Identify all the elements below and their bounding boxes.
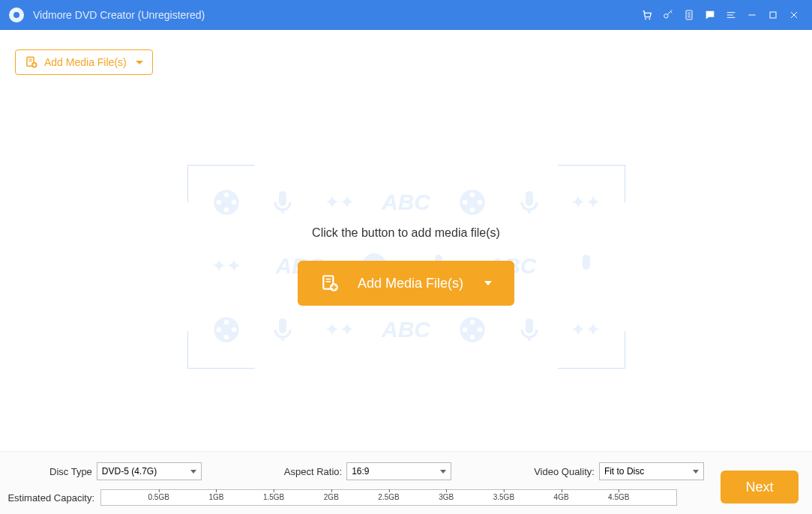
video-quality-value: Fit to Disc — [604, 466, 644, 477]
next-button[interactable]: Next — [721, 471, 799, 504]
add-media-small-label: Add Media File(s) — [44, 56, 127, 68]
key-icon[interactable] — [658, 0, 679, 30]
video-quality-label: Video Quality: — [534, 466, 595, 477]
svg-point-30 — [477, 200, 482, 205]
capacity-tick: 1GB — [208, 493, 223, 501]
close-button[interactable] — [784, 0, 805, 30]
stars-icon: ✦✦ — [571, 192, 601, 213]
svg-point-46 — [469, 335, 475, 340]
capacity-tick: 4.5GB — [608, 493, 629, 501]
svg-point-22 — [214, 190, 238, 214]
controls-row: Disc Type DVD-5 (4.7G) Aspect Ratio: 16:… — [7, 462, 797, 480]
stars-icon: ✦✦ — [211, 256, 241, 276]
svg-rect-13 — [770, 12, 776, 18]
add-media-large-label: Add Media File(s) — [358, 276, 463, 291]
add-media-button-small[interactable]: Add Media File(s) — [15, 49, 153, 75]
mic-icon — [268, 315, 298, 345]
svg-point-4 — [664, 14, 668, 18]
capacity-tick: 2.5GB — [378, 493, 399, 501]
chevron-down-icon — [136, 61, 143, 64]
maximize-button[interactable] — [763, 0, 784, 30]
aspect-ratio-label: Aspect Ratio: — [284, 466, 342, 477]
stars-icon: ✦✦ — [325, 319, 355, 340]
svg-point-25 — [223, 208, 229, 213]
film-icon — [457, 187, 487, 217]
abc-text: ABC — [382, 190, 430, 215]
svg-point-24 — [231, 200, 236, 205]
capacity-tick: 2GB — [324, 493, 339, 501]
capacity-row: Estimated Capacity: 0.5GB 1GB 1.5GB 2GB … — [7, 489, 797, 506]
aspect-ratio-value: 16:9 — [352, 466, 369, 477]
svg-rect-48 — [526, 318, 533, 333]
abc-text: ABC — [382, 317, 430, 342]
next-label: Next — [745, 480, 773, 495]
app-title: Vidmore DVD Creator (Unregistered) — [33, 9, 205, 21]
add-file-icon — [320, 273, 340, 293]
add-file-icon — [25, 55, 38, 69]
stars-icon: ✦✦ — [325, 192, 355, 213]
cart-icon[interactable] — [637, 0, 658, 30]
svg-point-32 — [462, 200, 467, 205]
capacity-tick: 4GB — [554, 493, 569, 501]
disc-type-select[interactable]: DVD-5 (4.7G) — [97, 462, 202, 480]
svg-point-28 — [460, 190, 484, 214]
svg-point-1 — [13, 12, 19, 18]
svg-point-41 — [216, 327, 221, 333]
svg-point-39 — [231, 327, 236, 333]
capacity-bar: 0.5GB 1GB 1.5GB 2GB 2.5GB 3GB 3.5GB 4GB … — [100, 489, 677, 506]
chat-icon[interactable] — [700, 0, 721, 30]
svg-rect-27 — [279, 191, 286, 206]
disc-type-value: DVD-5 (4.7G) — [102, 466, 157, 477]
disc-type-label: Disc Type — [49, 466, 92, 477]
svg-point-23 — [223, 193, 229, 198]
film-icon — [211, 315, 241, 345]
svg-point-40 — [223, 335, 229, 340]
chevron-down-icon — [484, 281, 492, 285]
svg-point-29 — [469, 193, 475, 198]
svg-rect-36 — [583, 255, 590, 270]
svg-point-3 — [649, 18, 650, 19]
svg-point-38 — [223, 320, 229, 325]
svg-rect-33 — [526, 191, 533, 206]
aspect-ratio-select[interactable]: 16:9 — [346, 462, 451, 480]
svg-rect-42 — [279, 318, 286, 333]
svg-point-2 — [645, 18, 646, 19]
svg-point-45 — [477, 327, 482, 333]
titlebar: Vidmore DVD Creator (Unregistered) — [0, 0, 812, 30]
svg-point-43 — [460, 317, 484, 342]
menu-icon[interactable] — [721, 0, 742, 30]
svg-point-31 — [469, 208, 475, 213]
mic-icon — [268, 187, 298, 217]
mic-icon — [514, 315, 544, 345]
film-icon — [211, 187, 241, 217]
prompt-text: Click the button to add media file(s) — [312, 226, 500, 240]
capacity-label: Estimated Capacity: — [7, 492, 94, 504]
svg-point-26 — [216, 200, 221, 205]
capacity-tick: 1.5GB — [263, 493, 284, 501]
film-icon — [457, 315, 487, 345]
svg-point-44 — [469, 320, 475, 325]
svg-point-37 — [214, 317, 238, 342]
capacity-tick: 3GB — [439, 493, 454, 501]
mic-icon — [571, 251, 601, 281]
stars-icon: ✦✦ — [571, 319, 601, 340]
capacity-tick: 3.5GB — [493, 493, 514, 501]
add-media-button-large[interactable]: Add Media File(s) — [298, 261, 514, 306]
app-logo-icon — [7, 6, 25, 24]
drop-area: ✦✦ ABC ✦✦ ✦✦ ABC ABC ✦✦ ABC ✦✦ Click the… — [0, 165, 812, 306]
bottom-panel: Disc Type DVD-5 (4.7G) Aspect Ratio: 16:… — [0, 451, 812, 514]
mic-icon — [514, 187, 544, 217]
toolbar: Add Media File(s) — [0, 30, 812, 75]
video-quality-select[interactable]: Fit to Disc — [599, 462, 704, 480]
document-icon[interactable] — [679, 0, 700, 30]
minimize-button[interactable] — [742, 0, 763, 30]
svg-point-47 — [462, 327, 467, 333]
capacity-tick: 0.5GB — [148, 493, 169, 501]
